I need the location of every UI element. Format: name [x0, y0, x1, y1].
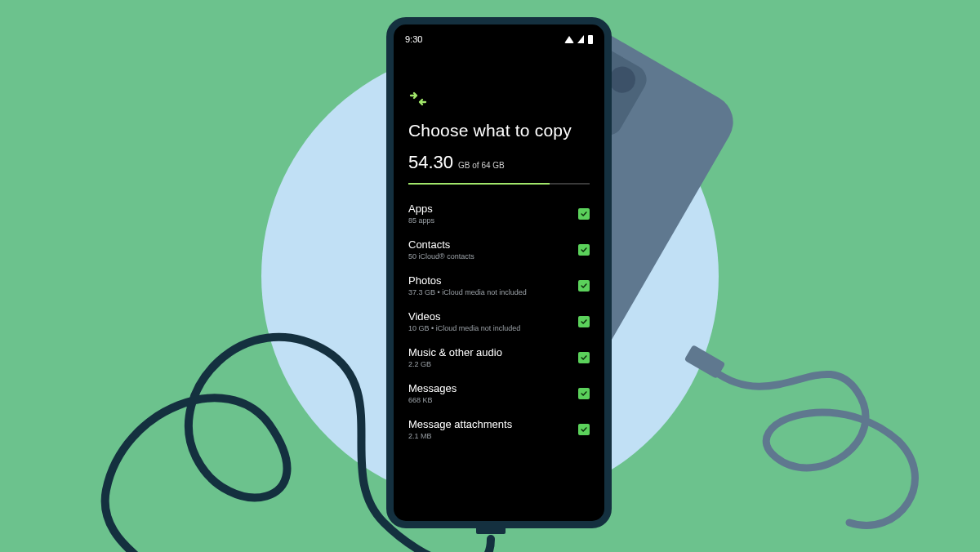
- item-subtitle: 85 apps: [408, 216, 434, 225]
- target-phone-frame: 9:30 Choose what to copy 54.30 GB of 64 …: [386, 17, 612, 528]
- screen-content: Choose what to copy 54.30 GB of 64 GB Ap…: [394, 47, 604, 447]
- storage-progress-fill: [408, 183, 550, 185]
- checkbox[interactable]: [578, 424, 590, 435]
- item-title: Photos: [408, 274, 527, 287]
- storage-used: 54.30: [408, 152, 453, 173]
- checkbox[interactable]: [578, 388, 590, 399]
- signal-icon: [577, 35, 584, 43]
- page-title: Choose what to copy: [408, 121, 590, 140]
- item-subtitle: 2.1 MB: [408, 432, 512, 440]
- storage-summary: 54.30 GB of 64 GB: [408, 152, 590, 173]
- wifi-icon: [564, 36, 574, 43]
- item-title: Apps: [408, 203, 434, 215]
- list-item[interactable]: Contacts 50 iCloud® contacts: [408, 232, 590, 268]
- battery-icon: [588, 35, 593, 44]
- checkbox[interactable]: [578, 208, 590, 220]
- item-subtitle: 2.2 GB: [408, 360, 502, 368]
- checkbox[interactable]: [578, 280, 590, 292]
- item-title: Contacts: [408, 238, 474, 251]
- status-time: 9:30: [405, 34, 422, 44]
- item-subtitle: 10 GB • iCloud media not included: [408, 324, 520, 332]
- storage-progress-bar: [408, 183, 590, 185]
- copy-items-list: Apps 85 apps Contacts 50 iCloud® contact…: [408, 196, 590, 447]
- list-item[interactable]: Apps 85 apps: [408, 196, 590, 232]
- checkbox[interactable]: [578, 352, 590, 363]
- item-title: Videos: [408, 310, 520, 323]
- list-item[interactable]: Message attachments 2.1 MB: [408, 412, 590, 447]
- list-item[interactable]: Videos 10 GB • iCloud media not included: [408, 304, 590, 340]
- list-item[interactable]: Photos 37.3 GB • iCloud media not includ…: [408, 268, 590, 304]
- checkbox[interactable]: [578, 244, 590, 256]
- item-subtitle: 50 iCloud® contacts: [408, 252, 474, 260]
- merge-arrows-icon: [408, 90, 590, 113]
- item-title: Messages: [408, 382, 457, 394]
- item-title: Message attachments: [408, 418, 512, 430]
- item-subtitle: 668 KB: [408, 396, 457, 404]
- status-bar: 9:30: [394, 24, 604, 47]
- item-subtitle: 37.3 GB • iCloud media not included: [408, 288, 527, 296]
- status-indicators: [564, 35, 593, 44]
- list-item[interactable]: Messages 668 KB: [408, 376, 590, 412]
- list-item[interactable]: Music & other audio 2.2 GB: [408, 340, 590, 376]
- item-title: Music & other audio: [408, 346, 502, 358]
- storage-total: GB of 64 GB: [458, 161, 505, 170]
- illustration-stage: 9:30 Choose what to copy 54.30 GB of 64 …: [0, 0, 980, 552]
- checkbox[interactable]: [578, 316, 590, 327]
